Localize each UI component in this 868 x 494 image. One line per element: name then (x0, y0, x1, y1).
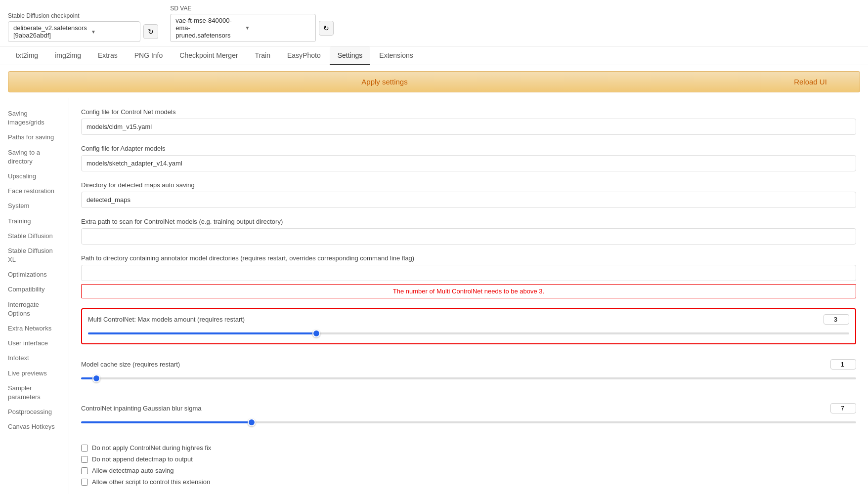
adapter-config-label: Config file for Adapter models (81, 145, 856, 152)
sidebar-item-user-interface[interactable]: User interface (6, 336, 63, 351)
multi-controlnet-slider-container (88, 329, 849, 338)
nav-tab-txt2img[interactable]: txt2img (8, 46, 46, 65)
sidebar-item-infotext[interactable]: Infotext (6, 351, 63, 366)
gaussian-blur-header: ControlNet inpainting Gaussian blur sigm… (81, 403, 856, 413)
multi-controlnet-fill (88, 332, 316, 334)
model-cache-slider-container (81, 373, 856, 383)
nav-tab-extensions[interactable]: Extensions (371, 46, 421, 65)
sidebar-item-extra-networks[interactable]: Extra Networks (6, 321, 63, 336)
nav-tab-train[interactable]: Train (247, 46, 278, 65)
model-cache-header: Model cache size (requires restart) (81, 359, 856, 370)
checkpoint-group: Stable Diffusion checkpoint deliberate_v… (8, 12, 158, 42)
sidebar-item-stable-diffusion-xl[interactable]: Stable Diffusion XL (6, 244, 63, 267)
checkbox-label-allow-script-control: Allow other script to control this exten… (92, 478, 210, 486)
action-bar: Apply settings Reload UI (0, 65, 868, 98)
nav-tab-png-info[interactable]: PNG Info (127, 46, 171, 65)
nav-tab-img2img[interactable]: img2img (47, 46, 89, 65)
checkbox-label-no-append-detectmap: Do not append detectmap to output (92, 455, 193, 463)
checkbox-no-append-detectmap[interactable] (81, 456, 88, 463)
top-bar: Stable Diffusion checkpoint deliberate_v… (0, 0, 868, 46)
sidebar-item-canvas-hotkeys[interactable]: Canvas Hotkeys (6, 419, 63, 434)
gaussian-blur-thumb[interactable] (248, 418, 256, 426)
multi-controlnet-thumb[interactable] (312, 329, 320, 337)
nav-tab-extras[interactable]: Extras (90, 46, 126, 65)
multi-controlnet-label: Multi ControlNet: Max models amount (req… (88, 316, 245, 323)
sidebar-item-interrogate-options[interactable]: Interrogate Options (6, 297, 63, 321)
sidebar-item-optimizations[interactable]: Optimizations (6, 267, 63, 282)
sidebar-item-sampler-parameters[interactable]: Sampler parameters (6, 381, 63, 405)
controlnet-config-label: Config file for Control Net models (81, 108, 856, 116)
sidebar-item-stable-diffusion[interactable]: Stable Diffusion (6, 229, 63, 244)
sidebar-item-postprocessing[interactable]: Postprocessing (6, 405, 63, 419)
sidebar-item-face-restoration[interactable]: Face restoration (6, 184, 63, 199)
controlnet-config-group: Config file for Control Net models (81, 108, 856, 135)
checkbox-allow-script-control[interactable] (81, 479, 88, 486)
multi-controlnet-header: Multi ControlNet: Max models amount (req… (88, 314, 849, 325)
nav-tab-checkpoint-merger[interactable]: Checkpoint Merger (172, 46, 246, 65)
vae-arrow-icon: ▼ (245, 25, 310, 31)
checkbox-item-allow-script-control: Allow other script to control this exten… (81, 476, 856, 488)
multi-controlnet-group: Multi ControlNet: Max models amount (req… (81, 308, 856, 344)
checkboxes-section: Do not apply ControlNet during highres f… (81, 442, 856, 488)
content-area: Config file for Control Net models Confi… (69, 98, 868, 494)
multi-controlnet-value[interactable] (824, 314, 849, 325)
vae-dropdown[interactable]: vae-ft-mse-840000-ema-pruned.safetensors… (170, 14, 315, 42)
controlnet-config-input[interactable] (81, 119, 856, 135)
gaussian-blur-slider-container (81, 417, 856, 427)
checkpoint-label: Stable Diffusion checkpoint (8, 12, 158, 19)
vae-group: SD VAE vae-ft-mse-840000-ema-pruned.safe… (170, 5, 333, 42)
nav-tab-settings[interactable]: Settings (330, 46, 371, 65)
checkbox-item-no-highres-fix: Do not apply ControlNet during highres f… (81, 442, 856, 453)
sidebar-item-saving-directory[interactable]: Saving to a directory (6, 145, 63, 169)
vae-select-row: vae-ft-mse-840000-ema-pruned.safetensors… (170, 14, 333, 42)
model-cache-thumb[interactable] (92, 374, 100, 382)
checkbox-no-highres-fix[interactable] (81, 445, 88, 452)
apply-settings-button[interactable]: Apply settings (8, 71, 761, 92)
checkbox-item-allow-detectmap-saving: Allow detectmap auto saving (81, 465, 856, 476)
annotator-path-input[interactable] (81, 265, 856, 281)
checkpoint-refresh-button[interactable]: ↻ (143, 24, 158, 39)
vae-value: vae-ft-mse-840000-ema-pruned.safetensors (175, 17, 241, 39)
extra-path-label: Extra path to scan for ControlNet models… (81, 218, 856, 225)
sidebar-item-paths-saving[interactable]: Paths for saving (6, 130, 63, 145)
annotator-path-group: Path to directory containing annotator m… (81, 254, 856, 298)
checkpoint-value: deliberate_v2.safetensors [9aba26abdf] (13, 24, 87, 39)
nav-tab-easyphoto[interactable]: EasyPhoto (279, 46, 329, 65)
sidebar-item-saving-images[interactable]: Saving images/grids (6, 106, 63, 130)
checkbox-item-no-append-detectmap: Do not append detectmap to output (81, 453, 856, 465)
gaussian-blur-label: ControlNet inpainting Gaussian blur sigm… (81, 405, 202, 412)
sidebar-item-system[interactable]: System (6, 199, 63, 213)
vae-label: SD VAE (170, 5, 333, 12)
sidebar: Saving images/gridsPaths for savingSavin… (0, 98, 69, 494)
sidebar-item-training[interactable]: Training (6, 214, 63, 229)
model-cache-value[interactable] (830, 359, 856, 370)
model-cache-label: Model cache size (requires restart) (81, 361, 180, 368)
gaussian-blur-value[interactable] (830, 403, 856, 413)
checkbox-allow-detectmap-saving[interactable] (81, 467, 88, 474)
annotator-path-label: Path to directory containing annotator m… (81, 254, 856, 262)
settings-section: Config file for Control Net models Confi… (81, 108, 856, 488)
sidebar-item-upscaling[interactable]: Upscaling (6, 169, 63, 184)
detected-maps-group: Directory for detected maps auto saving (81, 181, 856, 208)
model-cache-group: Model cache size (requires restart) (81, 354, 856, 388)
vae-refresh-button[interactable]: ↻ (319, 21, 334, 36)
gaussian-blur-group: ControlNet inpainting Gaussian blur sigm… (81, 398, 856, 432)
extra-path-group: Extra path to scan for ControlNet models… (81, 218, 856, 245)
reload-ui-button[interactable]: Reload UI (761, 71, 860, 92)
error-message: The number of Multi ControlNet needs to … (81, 284, 856, 298)
checkpoint-select-row: deliberate_v2.safetensors [9aba26abdf] ▼… (8, 21, 158, 42)
main-layout: Saving images/gridsPaths for savingSavin… (0, 98, 868, 494)
checkpoint-arrow-icon: ▼ (91, 29, 135, 35)
extra-path-input[interactable] (81, 228, 856, 245)
sidebar-item-compatibility[interactable]: Compatibility (6, 282, 63, 297)
checkbox-label-allow-detectmap-saving: Allow detectmap auto saving (92, 467, 174, 474)
model-cache-track (81, 377, 856, 379)
sidebar-item-live-previews[interactable]: Live previews (6, 366, 63, 381)
detected-maps-input[interactable] (81, 192, 856, 208)
detected-maps-label: Directory for detected maps auto saving (81, 181, 856, 189)
adapter-config-group: Config file for Adapter models (81, 145, 856, 171)
adapter-config-input[interactable] (81, 155, 856, 171)
checkbox-label-no-highres-fix: Do not apply ControlNet during highres f… (92, 444, 211, 452)
checkpoint-dropdown[interactable]: deliberate_v2.safetensors [9aba26abdf] ▼ (8, 21, 140, 42)
nav-tabs: txt2imgimg2imgExtrasPNG InfoCheckpoint M… (0, 46, 868, 65)
